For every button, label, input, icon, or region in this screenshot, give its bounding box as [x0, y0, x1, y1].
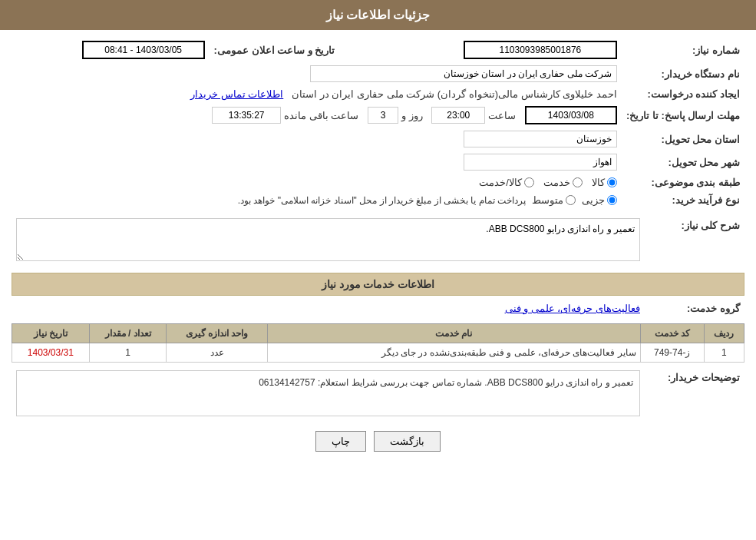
general-desc-row: شرح کلی نیاز: [12, 215, 744, 267]
cell-name: سایر فعالیت‌های حرفه‌ای، علمی و فنی طبقه… [267, 343, 640, 363]
purchase-jozi-radio[interactable] [607, 195, 617, 205]
category-label: طبقه بندی موضوعی: [622, 174, 744, 191]
general-desc-textarea[interactable] [16, 218, 640, 261]
purchase-jozi-option[interactable]: جزیی [582, 194, 617, 206]
service-group-label: گروه خدمت: [645, 300, 744, 317]
creator-text: احمد خلیلاوی کارشناس مالی(تنخواه گردان) … [292, 88, 617, 100]
need-number-row: شماره نیاز: تاریخ و ساعت اعلان عمومی: [12, 38, 744, 62]
col-code: کد خدمت [640, 324, 704, 343]
deadline-day-label: روز و [401, 110, 423, 121]
buyer-org-label: نام دستگاه خریدار: [622, 62, 744, 85]
services-section-header: اطلاعات خدمات مورد نیاز [12, 273, 744, 296]
services-table-header-row: ردیف کد خدمت نام خدمت واحد اندازه گیری ت… [12, 324, 744, 343]
purchase-motavasset-label: متوسط [532, 194, 563, 206]
province-input[interactable] [464, 131, 617, 147]
city-input[interactable] [464, 154, 617, 171]
category-kala-khedmat-option[interactable]: کالا/خدمت [479, 177, 534, 188]
purchase-type-row: نوع فرآیند خرید: جزیی متوسط پرداخت تمام … [12, 191, 744, 209]
creator-label: ایجاد کننده درخواست: [622, 85, 744, 103]
deadline-remaining-input[interactable] [212, 107, 281, 124]
category-kala-option[interactable]: کالا [592, 177, 617, 188]
deadline-time-label: ساعت [488, 110, 516, 121]
cell-date: 1403/03/31 [12, 343, 90, 363]
page-header: جزئیات اطلاعات نیاز [0, 0, 756, 30]
category-khedmat-radio[interactable] [573, 177, 583, 187]
category-row: طبقه بندی موضوعی: کالا خدمت [12, 174, 744, 191]
cell-row: 1 [704, 343, 744, 363]
creator-value: احمد خلیلاوی کارشناس مالی(تنخواه گردان) … [12, 85, 622, 103]
button-row: چاپ بازگشت [12, 431, 744, 452]
announce-label: تاریخ و ساعت اعلان عمومی: [210, 38, 340, 62]
category-kala-khedmat-radio[interactable] [524, 177, 534, 187]
city-label: شهر محل تحویل: [622, 151, 744, 174]
buyer-notes-table: توضیحات خریدار: تعمیر و راه اندازی درایو… [12, 367, 744, 419]
announce-value [12, 38, 210, 62]
deadline-time-input[interactable] [431, 107, 485, 124]
buyer-notes-box: تعمیر و راه اندازی درایو ABB DCS800. شما… [16, 370, 640, 416]
deadline-row-inner: ساعت روز و ساعت باقی مانده [16, 106, 617, 124]
deadline-remaining-label: ساعت باقی مانده [284, 110, 358, 121]
service-group-value: فعالیت‌های حرفه‌ای، علمی و فنی [12, 300, 645, 317]
buyer-notes-label: توضیحات خریدار: [645, 367, 744, 419]
deadline-values: ساعت روز و ساعت باقی مانده [12, 103, 622, 128]
buyer-notes-row: توضیحات خریدار: تعمیر و راه اندازی درایو… [12, 367, 744, 419]
buyer-notes-text: تعمیر و راه اندازی درایو ABB DCS800. شما… [259, 377, 633, 388]
province-value [12, 128, 622, 151]
need-number-input[interactable] [464, 41, 617, 59]
page-wrapper: جزئیات اطلاعات نیاز شماره نیاز: تاریخ و … [0, 0, 756, 540]
announce-input[interactable] [82, 41, 205, 59]
purchase-type-inner: جزیی متوسط پرداخت تمام یا بخشی از مبلغ خ… [16, 194, 617, 206]
service-group-link[interactable]: فعالیت‌های حرفه‌ای، علمی و فنی [505, 303, 640, 314]
cell-unit: عدد [167, 343, 267, 363]
buyer-org-row: نام دستگاه خریدار: [12, 62, 744, 85]
province-row: استان محل تحویل: [12, 128, 744, 151]
city-row: شهر محل تحویل: [12, 151, 744, 174]
city-value [12, 151, 622, 174]
cell-code: ز-74-749 [640, 343, 704, 363]
buyer-notes-value: تعمیر و راه اندازی درایو ABB DCS800. شما… [12, 367, 645, 419]
col-row: ردیف [704, 324, 744, 343]
purchase-jozi-label: جزیی [582, 194, 605, 206]
purchase-type-label: نوع فرآیند خرید: [622, 191, 744, 209]
deadline-days-input[interactable] [368, 107, 398, 124]
purchase-type-value: جزیی متوسط پرداخت تمام یا بخشی از مبلغ خ… [12, 191, 622, 209]
services-table-head: ردیف کد خدمت نام خدمت واحد اندازه گیری ت… [12, 324, 744, 343]
col-name: نام خدمت [267, 324, 640, 343]
purchase-motavasset-option[interactable]: متوسط [532, 194, 576, 206]
col-date: تاریخ نیاز [12, 324, 90, 343]
services-table-body: 1 ز-74-749 سایر فعالیت‌های حرفه‌ای، علمی… [12, 343, 744, 363]
purchase-note: پرداخت تمام یا بخشی از مبلغ خریدار از مح… [238, 195, 526, 206]
province-label: استان محل تحویل: [622, 128, 744, 151]
cell-quantity: 1 [89, 343, 167, 363]
need-number-label: شماره نیاز: [622, 38, 744, 62]
deadline-row: مهلت ارسال پاسخ: تا تاریخ: ساعت روز و سا… [12, 103, 744, 128]
creator-contact-link[interactable]: اطلاعات تماس خریدار [190, 88, 283, 100]
need-number-value [378, 38, 622, 62]
page-title: جزئیات اطلاعات نیاز [326, 8, 431, 22]
purchase-motavasset-radio[interactable] [566, 195, 576, 205]
buyer-org-input[interactable] [310, 65, 617, 82]
general-desc-table: شرح کلی نیاز: [12, 215, 744, 267]
category-kala-khedmat-label: کالا/خدمت [479, 177, 522, 188]
category-options: کالا خدمت کالا/خدمت [12, 174, 622, 191]
category-kala-radio[interactable] [607, 177, 617, 187]
general-desc-label: شرح کلی نیاز: [645, 215, 744, 267]
category-radio-group: کالا خدمت کالا/خدمت [16, 177, 617, 188]
info-table: شماره نیاز: تاریخ و ساعت اعلان عمومی: نا… [12, 38, 744, 209]
services-table: ردیف کد خدمت نام خدمت واحد اندازه گیری ت… [12, 323, 744, 363]
col-quantity: تعداد / مقدار [89, 324, 167, 343]
category-khedmat-label: خدمت [543, 177, 570, 188]
col-unit: واحد اندازه گیری [167, 324, 267, 343]
general-desc-value [12, 215, 645, 267]
table-row: 1 ز-74-749 سایر فعالیت‌های حرفه‌ای، علمی… [12, 343, 744, 363]
deadline-date-input[interactable] [525, 106, 617, 124]
print-button[interactable]: چاپ [315, 431, 366, 452]
category-kala-label: کالا [592, 177, 605, 188]
back-button[interactable]: بازگشت [374, 431, 441, 452]
service-group-row: گروه خدمت: فعالیت‌های حرفه‌ای، علمی و فن… [12, 300, 744, 317]
creator-row: ایجاد کننده درخواست: احمد خلیلاوی کارشنا… [12, 85, 744, 103]
service-group-table: گروه خدمت: فعالیت‌های حرفه‌ای، علمی و فن… [12, 300, 744, 317]
buyer-org-value [12, 62, 622, 85]
content-area: شماره نیاز: تاریخ و ساعت اعلان عمومی: نا… [0, 30, 756, 471]
category-khedmat-option[interactable]: خدمت [543, 177, 583, 188]
